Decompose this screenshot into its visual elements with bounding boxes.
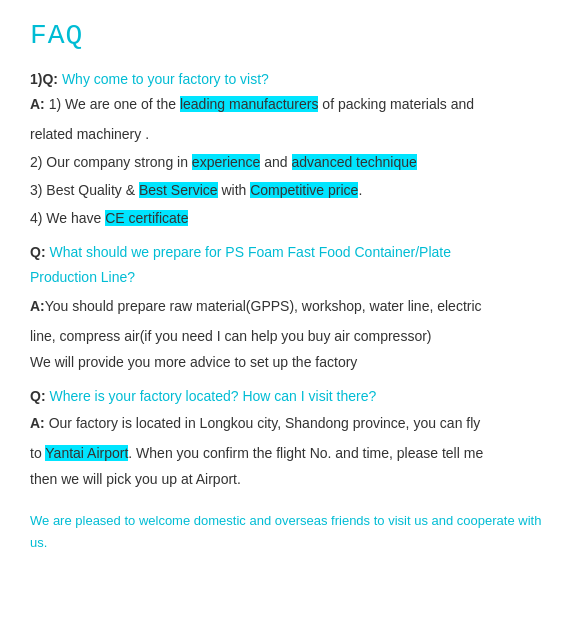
answer-label-2: A: (30, 298, 45, 314)
highlight-best-service: Best Service (139, 182, 218, 198)
highlight-leading-manufacturers: leading manufacturers (180, 96, 319, 112)
answer-text-3c: then we will pick you up at Airport. (30, 468, 557, 492)
faq-section-1: 1)Q: Why come to your factory to vist? A… (30, 67, 557, 231)
answer-text-2b: line, compress air(if you need I can hel… (30, 325, 557, 349)
answer-text-2a: You should prepare raw material(GPPS), w… (45, 298, 482, 314)
answer-1: A: 1) We are one of the leading manufact… (30, 92, 557, 117)
faq-section-3: Q: Where is your factory located? How ca… (30, 385, 557, 492)
question-label-2: Q: (30, 244, 46, 260)
question-3: Q: Where is your factory located? How ca… (30, 385, 557, 409)
answer-label-1: A: (30, 96, 49, 112)
answer-text-1d: 3) Best Quality & Best Service with Comp… (30, 179, 557, 203)
highlight-yantai-airport: Yantai Airport (45, 445, 128, 461)
faq-section-2: Q: What should we prepare for PS Foam Fa… (30, 241, 557, 375)
question-label-3: Q: (30, 388, 46, 404)
highlight-ce-certificate: CE certificate (105, 210, 188, 226)
answer-text-1c: 2) Our company strong in experience and … (30, 151, 557, 175)
highlight-experience: experience (192, 154, 261, 170)
question-text-2b: Production Line? (30, 266, 557, 290)
question-text-2: What should we prepare for PS Foam Fast … (46, 244, 451, 260)
answer-text-1a: 1) We are one of the leading manufacture… (49, 96, 474, 112)
question-label-1: 1)Q: (30, 71, 58, 87)
question-text-1: Why come to your factory to vist? (62, 71, 269, 87)
answer-label-3: A: (30, 415, 49, 431)
faq-title: FAQ (30, 20, 557, 51)
question-text-3: Where is your factory located? How can I… (46, 388, 377, 404)
answer-2: A:You should prepare raw material(GPPS),… (30, 294, 557, 319)
answer-text-3a: Our factory is located in Longkou city, … (49, 415, 481, 431)
question-1: 1)Q: Why come to your factory to vist? (30, 67, 557, 92)
answer-3: A: Our factory is located in Longkou cit… (30, 411, 557, 436)
answer-text-3b: to Yantai Airport. When you confirm the … (30, 442, 557, 466)
answer-text-1e: 4) We have CE certificate (30, 207, 557, 231)
answer-text-2c: We will provide you more advice to set u… (30, 351, 557, 375)
highlight-competitive-price: Competitive price (250, 182, 358, 198)
highlight-advanced-technique: advanced technique (292, 154, 417, 170)
footer-note: We are pleased to welcome domestic and o… (30, 510, 557, 554)
footer-text: We are pleased to welcome domestic and o… (30, 513, 541, 550)
question-2: Q: What should we prepare for PS Foam Fa… (30, 241, 557, 265)
answer-text-1b: related machinery . (30, 123, 557, 147)
